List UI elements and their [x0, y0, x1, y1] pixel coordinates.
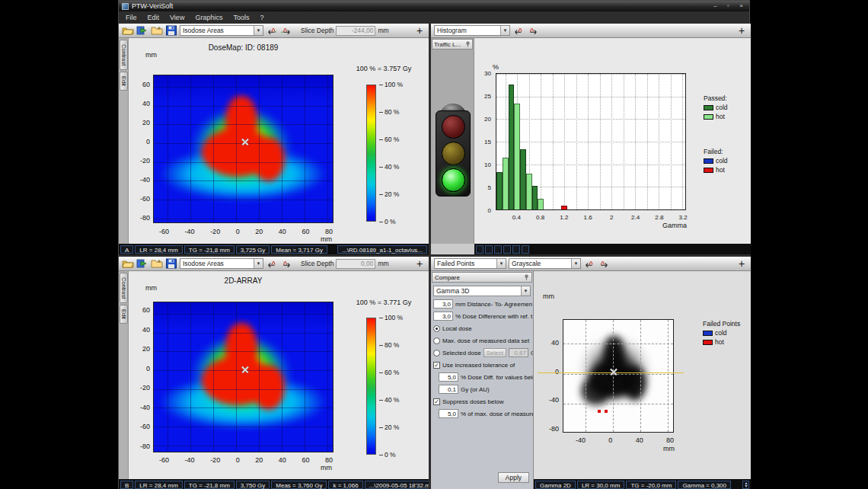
local-dose-radio[interactable] [433, 325, 440, 332]
y-tick-label: 20 [129, 120, 150, 126]
next-curve-icon[interactable] [280, 25, 292, 36]
status-slot: B [120, 481, 133, 489]
histogram-view-select[interactable]: Histogram ▼ [434, 25, 510, 36]
close-button[interactable]: × [736, 2, 746, 10]
prev-curve-icon[interactable] [266, 258, 278, 269]
dta-label: mm Distance- To- Agreemen [455, 301, 532, 308]
dta-input[interactable] [433, 299, 453, 308]
prev-curve-icon[interactable] [583, 258, 595, 269]
colormap-select[interactable]: Grayscale ▼ [509, 258, 581, 269]
open-file-icon[interactable] [122, 258, 134, 269]
dose-map-plot[interactable] [153, 75, 333, 223]
selected-dose-radio[interactable] [433, 350, 440, 356]
hist-x-tick-label: 0.8 [536, 214, 544, 221]
open-file-icon[interactable] [122, 25, 134, 36]
x-tick-label: 80 [325, 456, 333, 464]
x-axis-unit: mm [663, 445, 675, 452]
next-curve-icon[interactable] [598, 258, 610, 269]
menu-item[interactable]: Graphics [190, 12, 228, 23]
dose-map-plot[interactable] [153, 302, 333, 452]
increased-tolerance-checkbox[interactable] [433, 362, 440, 369]
histogram-bar-passed-hot [514, 104, 520, 209]
view-mode-select[interactable]: Isodose Areas ▼ [180, 25, 263, 36]
failed-hot-swatch [703, 340, 713, 345]
next-curve-icon[interactable] [527, 25, 539, 36]
app-icon [122, 3, 129, 10]
view-mode-select[interactable]: Isodose Areas ▼ [180, 258, 263, 269]
failed-hot-label: hot [716, 166, 725, 174]
prev-curve-icon[interactable] [266, 25, 278, 36]
tolerance-percent-input[interactable] [439, 372, 458, 382]
hist-x-tick-label: 1.2 [560, 214, 568, 221]
hist-y-tick-label: 15 [484, 139, 491, 145]
new-folder-icon[interactable] [151, 258, 163, 269]
open-data-icon[interactable] [136, 25, 148, 36]
histogram-plot[interactable] [496, 73, 686, 210]
open-data-icon[interactable] [136, 258, 148, 269]
x-tick-label: -40 [185, 456, 195, 464]
tab-edit[interactable]: Edit [120, 72, 128, 91]
status-bar-top-left: A LR = 28,4 mm TG = -21,8 mm 3,725 Gy Me… [119, 244, 429, 254]
y-tick-label: -20 [129, 158, 150, 165]
status-k-factor: k = 1,066 [328, 481, 362, 489]
crosshair-marker [610, 367, 618, 376]
x-tick-label: -20 [210, 456, 220, 464]
dose-map-chart-area: DoseMap: ID: 08189 mm 6040200-20-40-60-8… [129, 38, 429, 244]
max-dose-radio[interactable] [433, 337, 440, 344]
menu-item[interactable]: View [164, 12, 190, 23]
grid-lines [154, 302, 333, 452]
failed-points-view-select[interactable]: Failed Points ▼ [434, 258, 506, 269]
slice-depth-input[interactable] [336, 259, 375, 269]
menu-item[interactable]: File [120, 12, 142, 23]
new-folder-icon[interactable] [151, 25, 163, 36]
failed-cold-label: cold [716, 157, 728, 165]
tolerance-gy-input[interactable] [439, 385, 458, 394]
chevron-down-icon: ▼ [571, 259, 580, 268]
next-curve-icon[interactable] [280, 258, 292, 269]
legend-title: Failed Points [703, 320, 740, 328]
menu-item[interactable]: ? [254, 12, 269, 23]
tab-edit[interactable]: Edit [120, 305, 128, 324]
hist-x-tick-label: 2.8 [655, 214, 663, 221]
suppress-percent-input[interactable] [439, 409, 458, 418]
restore-button[interactable]: ▫ [723, 2, 733, 10]
failed-points-plot[interactable] [563, 319, 674, 433]
selected-dose-input[interactable] [509, 348, 528, 357]
status-bar-bottom-right: Gamma 2D LR = 30,0 mm TG = -20,0 mm Gamm… [534, 479, 751, 489]
tab-contrast[interactable]: Contrast [120, 273, 128, 303]
add-view-button[interactable]: + [413, 258, 426, 269]
status-meas: Meas = 3,760 Gy [271, 481, 327, 489]
status-file-path: ...\RD.08189_a1-1_octavius... [337, 245, 427, 254]
x-tick-label: -60 [159, 456, 169, 464]
tolerance-percent-label: % Dose Diff. for values below [461, 374, 533, 381]
menu-item[interactable]: Edit [142, 12, 165, 23]
tab-traffic-light[interactable]: Traffic L... [432, 39, 473, 50]
compare-panel-header[interactable]: Compare [432, 272, 532, 283]
histogram-y-unit: % [493, 63, 499, 71]
suppress-doses-checkbox[interactable] [433, 398, 440, 405]
compare-method-select[interactable]: Gamma 3D ▼ [433, 286, 531, 296]
histogram-x-ticks: 0.40.81.21.622.42.83.2 [496, 214, 686, 222]
y-tick-label: -20 [129, 385, 150, 392]
traffic-light-strip: Traffic L... [431, 38, 474, 244]
add-view-button[interactable]: + [736, 258, 748, 269]
tab-contrast[interactable]: Contrast [120, 40, 128, 70]
slice-depth-input[interactable] [336, 26, 375, 36]
isodose-color-scale [366, 85, 376, 222]
spinner-icon[interactable] [742, 481, 749, 489]
select-dose-button[interactable]: Select [483, 348, 506, 357]
add-view-button[interactable]: + [736, 25, 748, 36]
add-view-button[interactable]: + [413, 25, 426, 36]
status-lr: LR = 28,4 mm [135, 481, 182, 489]
traffic-light [436, 104, 471, 197]
save-icon[interactable] [165, 25, 177, 36]
menu-item[interactable]: Tools [228, 12, 254, 23]
prev-curve-icon[interactable] [512, 25, 525, 36]
hist-x-tick-label: 3.2 [679, 214, 688, 221]
apply-button[interactable]: Apply [498, 472, 529, 483]
minimize-button[interactable]: – [710, 2, 720, 10]
toolbar-top-right: Histogram ▼ + [431, 24, 751, 38]
dose-diff-input[interactable] [433, 312, 453, 321]
save-icon[interactable] [165, 258, 177, 269]
failed-point-failed-hot [605, 410, 608, 413]
